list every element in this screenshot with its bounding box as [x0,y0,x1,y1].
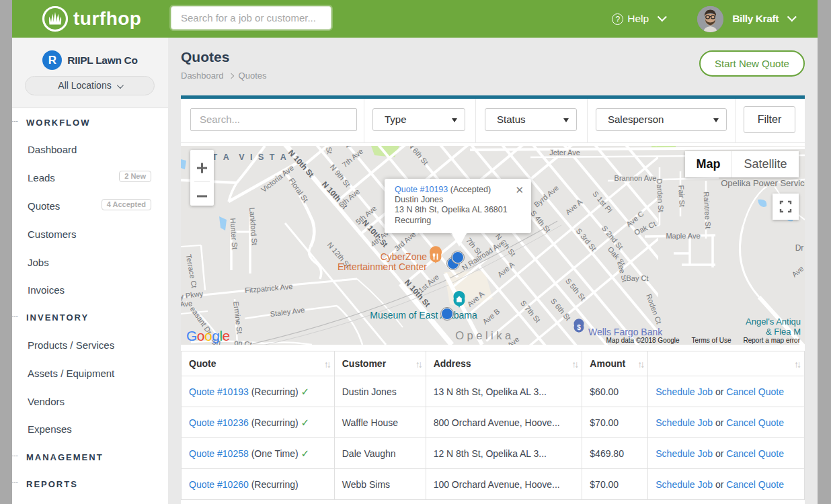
svg-text:Wells Fargo Bank: Wells Fargo Bank [588,327,663,337]
svg-text:& Flea M: & Flea M [766,327,801,337]
svg-text:Fair St: Fair St [677,185,686,207]
svg-text:Maple Ave: Maple Ave [666,232,700,240]
svg-text:Ave: Ave [181,299,193,308]
svg-text:Bay Ct: Bay Ct [626,274,648,282]
svg-text:T A V I S T A: T A V I S T A [212,153,288,162]
svg-text:Dr: Dr [795,243,804,253]
svg-text:Opelika Power Service: Opelika Power Service [721,178,805,188]
svg-text:Brannon Ave: Brannon Ave [615,174,657,182]
svg-text:Entertainment Center: Entertainment Center [338,261,427,272]
svg-text:CyberZone: CyberZone [381,251,427,262]
svg-text:Angel's Antiqu: Angel's Antiqu [746,317,801,327]
svg-text:Jeter Ave: Jeter Ave [549,149,580,157]
svg-text:$: $ [577,324,581,331]
svg-text:Museum of East Alabama: Museum of East Alabama [370,310,477,321]
svg-text:Opelika: Opelika [455,329,514,341]
